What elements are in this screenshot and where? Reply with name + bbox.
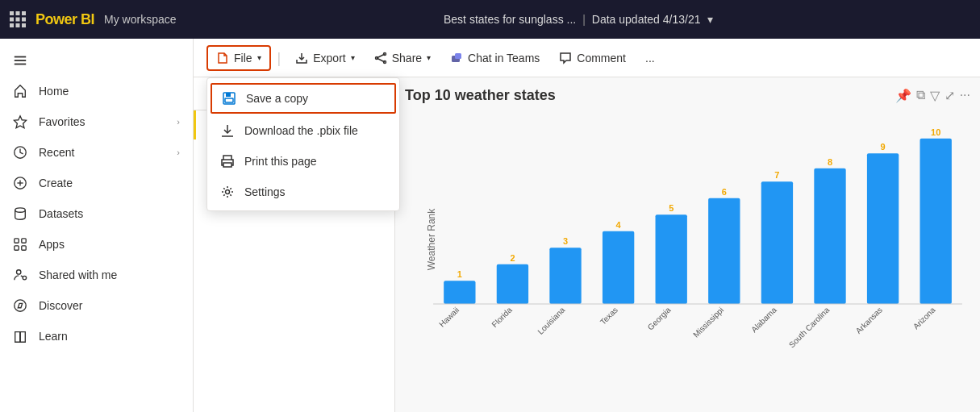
pin-icon[interactable]: 📌 xyxy=(895,88,911,103)
svg-text:South Carolina: South Carolina xyxy=(787,305,832,349)
filter-icon[interactable]: ▽ xyxy=(930,88,940,103)
file-icon xyxy=(216,52,229,65)
settings-icon xyxy=(220,185,235,199)
comment-icon xyxy=(559,52,572,65)
logo: Power BI xyxy=(35,11,94,28)
svg-rect-34 xyxy=(455,53,461,59)
svg-rect-0 xyxy=(10,11,14,15)
download-icon xyxy=(220,123,235,138)
share-chevron-icon: ▾ xyxy=(427,53,431,62)
clock-icon xyxy=(13,145,27,160)
sidebar-item-recent[interactable]: Recent › xyxy=(0,137,193,168)
sidebar-nav: Home Favorites › Recent › xyxy=(0,39,193,358)
file-button[interactable]: File ▾ xyxy=(206,45,271,71)
plus-circle-icon xyxy=(13,176,27,190)
svg-rect-18 xyxy=(15,239,19,243)
svg-text:1: 1 xyxy=(457,269,462,279)
sidebar-item-favorites[interactable]: Favorites › xyxy=(0,106,193,137)
svg-rect-21 xyxy=(22,246,26,250)
settings-item[interactable]: Settings xyxy=(207,177,399,207)
workspace-label[interactable]: My workspace xyxy=(104,13,176,26)
svg-text:5: 5 xyxy=(669,203,673,213)
save-copy-label: Save a copy xyxy=(246,92,308,105)
sidebar-item-apps[interactable]: Apps xyxy=(0,229,193,260)
home-icon xyxy=(13,84,27,98)
svg-rect-4 xyxy=(16,18,20,22)
sidebar-item-home[interactable]: Home xyxy=(0,76,193,106)
svg-marker-25 xyxy=(18,303,22,307)
svg-text:7: 7 xyxy=(774,170,779,180)
svg-text:6: 6 xyxy=(722,187,727,197)
svg-text:Arkansas: Arkansas xyxy=(854,306,884,335)
toolbar-sep-1: | xyxy=(277,51,281,65)
svg-rect-9 xyxy=(15,56,26,58)
sidebar-create-label: Create xyxy=(39,177,180,189)
chart-title-icons: 📌 ⧉ ▽ ⤢ ··· xyxy=(895,88,970,103)
print-item[interactable]: Print this page xyxy=(207,146,399,177)
sidebar-item-create[interactable]: Create xyxy=(0,168,193,198)
separator: | xyxy=(582,13,586,26)
sidebar-shared-label: Shared with me xyxy=(39,268,180,281)
sidebar-recent-label: Recent xyxy=(39,146,165,159)
svg-line-31 xyxy=(377,54,385,58)
sidebar-favorites-label: Favorites xyxy=(39,115,165,128)
svg-rect-58 xyxy=(708,198,740,304)
svg-rect-11 xyxy=(15,64,26,65)
grid-icon[interactable] xyxy=(10,11,26,27)
sidebar-collapse-button[interactable] xyxy=(0,45,193,76)
svg-text:8: 8 xyxy=(828,157,832,167)
svg-text:3: 3 xyxy=(563,236,568,246)
export-icon xyxy=(295,52,308,65)
center-info: Best states for sunglass ... | Data upda… xyxy=(186,13,971,26)
chat-in-teams-button[interactable]: Chat in Teams xyxy=(442,47,548,69)
svg-point-24 xyxy=(15,300,26,311)
more-button[interactable]: ... xyxy=(637,47,663,69)
svg-point-42 xyxy=(226,190,230,194)
svg-text:Mississippi: Mississippi xyxy=(691,306,725,339)
expand-icon[interactable]: ⤢ xyxy=(945,88,955,103)
data-updated-chevron[interactable]: ▾ xyxy=(707,13,713,26)
sidebar-item-shared[interactable]: Shared with me xyxy=(0,260,193,290)
svg-rect-61 xyxy=(761,181,793,304)
apps-icon xyxy=(13,237,27,252)
chart-more-icon[interactable]: ··· xyxy=(960,88,970,103)
svg-text:Alabama: Alabama xyxy=(749,305,778,334)
sidebar-home-label: Home xyxy=(39,85,180,98)
book-icon xyxy=(13,329,27,343)
print-icon xyxy=(220,154,235,169)
share-button[interactable]: Share ▾ xyxy=(366,47,439,69)
svg-rect-40 xyxy=(223,156,231,160)
svg-rect-70 xyxy=(920,139,952,304)
teams-icon xyxy=(450,52,463,65)
svg-point-23 xyxy=(23,276,27,280)
y-axis-label: Weather Rank xyxy=(426,209,437,270)
svg-text:Arizona: Arizona xyxy=(911,305,937,331)
svg-rect-5 xyxy=(22,18,26,22)
svg-rect-19 xyxy=(22,239,26,243)
recent-chevron-icon: › xyxy=(177,148,180,157)
chart-area: Top 10 weather states 📌 ⧉ ▽ ⤢ ··· Weathe… xyxy=(395,77,980,412)
share-icon xyxy=(374,52,387,65)
export-button[interactable]: Export ▾ xyxy=(287,47,362,69)
chart-title-row: Top 10 weather states 📌 ⧉ ▽ ⤢ ··· xyxy=(405,87,970,104)
svg-text:2: 2 xyxy=(510,253,515,263)
svg-rect-49 xyxy=(549,248,581,304)
settings-label: Settings xyxy=(244,185,286,198)
copy-icon[interactable]: ⧉ xyxy=(916,88,925,103)
save-copy-item[interactable]: Save a copy xyxy=(211,83,396,114)
chart-title: Top 10 weather states xyxy=(405,87,556,104)
svg-point-17 xyxy=(15,208,26,212)
svg-rect-67 xyxy=(867,153,899,304)
sidebar-apps-label: Apps xyxy=(39,238,180,251)
comment-button[interactable]: Comment xyxy=(551,47,634,69)
sidebar-item-learn[interactable]: Learn xyxy=(0,321,193,352)
sidebar-item-discover[interactable]: Discover xyxy=(0,290,193,321)
download-pbix-item[interactable]: Download the .pbix file xyxy=(207,115,399,146)
sidebar-item-datasets[interactable]: Datasets xyxy=(0,198,193,229)
svg-line-32 xyxy=(377,58,385,62)
print-label: Print this page xyxy=(244,155,317,168)
data-updated: Data updated 4/13/21 xyxy=(592,13,701,26)
main-layout: Home Favorites › Recent › xyxy=(0,39,980,412)
svg-rect-64 xyxy=(814,169,845,304)
svg-marker-12 xyxy=(14,116,26,128)
